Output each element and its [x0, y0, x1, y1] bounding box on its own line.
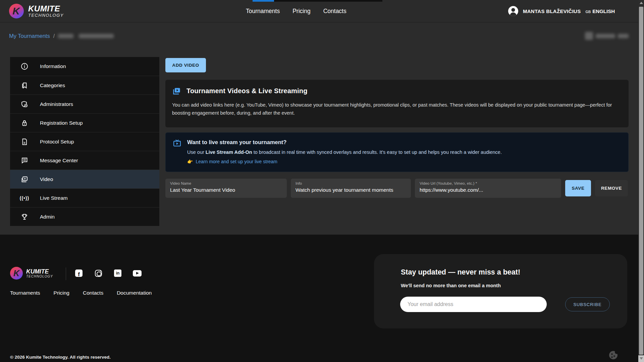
nav-item-pricing[interactable]: Pricing — [292, 8, 311, 15]
header: K KUMITE TECHNOLOGY Tournaments Pricing … — [0, 0, 638, 22]
shield-person-icon — [20, 100, 29, 109]
redacted-tournament-name — [58, 34, 73, 38]
sidebar-item-categories[interactable]: Categories — [10, 76, 159, 95]
breadcrumb: My Tournaments / — [9, 33, 114, 39]
email-input[interactable] — [400, 297, 547, 312]
scrollbar-up-arrow-icon[interactable] — [640, 2, 643, 4]
footer-link-contacts[interactable]: Contacts — [83, 290, 103, 296]
sidebar-item-information[interactable]: Information — [10, 57, 159, 76]
redacted-date — [618, 34, 629, 38]
newsletter-subtitle: We'll send no more than one email a mont… — [401, 283, 501, 288]
video-name-field[interactable]: Video Name Last Year Tournament Video — [165, 179, 287, 198]
lock-icon — [20, 119, 29, 127]
video-info-field[interactable]: Info Watch previous year tournament mome… — [291, 179, 411, 198]
sidebar-item-message-center[interactable]: Message Center — [10, 151, 159, 170]
field-value: https://www.youtube.com/... — [420, 187, 556, 193]
live-stream-title: Want to live stream your tournament? — [187, 139, 502, 145]
field-value: Watch previous year tournament moments — [296, 187, 406, 193]
footer-brand-logo[interactable]: K KUMITE TECHNOLOGY — [10, 267, 53, 280]
copyright-text: © 2026 Kumite Technology. All rights res… — [10, 355, 111, 360]
scrollbar-thumb[interactable] — [639, 7, 643, 355]
field-label: Video Name — [170, 181, 282, 185]
document-icon — [20, 137, 29, 146]
brand-subtitle: TECHNOLOGY — [28, 13, 64, 18]
language-label: ENGLISH — [592, 8, 615, 14]
top-progress-track — [274, 0, 382, 2]
brand-name: KUMITE — [28, 5, 64, 13]
breadcrumb-separator: / — [53, 33, 55, 39]
footer: K KUMITE TECHNOLOGY f in Tournaments Pri… — [0, 235, 638, 362]
app-root: K KUMITE TECHNOLOGY Tournaments Pricing … — [0, 0, 644, 362]
video-library-icon — [20, 175, 29, 184]
instagram-icon[interactable] — [94, 269, 103, 278]
main-nav: Tournaments Pricing Contacts — [246, 0, 346, 22]
kumite-logo-icon: K — [9, 4, 24, 18]
newsletter-title: Stay updated — never miss a beat! — [401, 268, 520, 277]
account-icon — [508, 6, 518, 16]
field-label: Info — [296, 181, 406, 185]
sidebar-item-admin[interactable]: Admin — [10, 207, 159, 226]
top-progress-bar — [253, 0, 274, 2]
breadcrumb-my-tournaments[interactable]: My Tournaments — [9, 33, 50, 39]
live-stream-promo: Want to live stream your tournament? Use… — [165, 132, 629, 172]
live-stream-body: Use our Live Stream Add-On to broadcast … — [187, 149, 502, 155]
kumite-logo-icon: K — [10, 267, 23, 280]
field-label: Video Url (Youtube, Vimeo, etc.) * — [420, 181, 556, 185]
tournament-date-badge — [585, 32, 629, 40]
video-url-field[interactable]: Video Url (Youtube, Vimeo, etc.) * https… — [415, 179, 561, 198]
nav-item-tournaments[interactable]: Tournaments — [246, 8, 280, 15]
live-stream-learn-more-link[interactable]: 👉 Learn more and set up your live stream — [187, 159, 502, 164]
facebook-icon[interactable]: f — [74, 269, 83, 278]
sidebar-item-label: Information — [40, 63, 66, 69]
cookie-settings-icon[interactable] — [609, 351, 618, 359]
pointing-hand-icon: 👉 — [187, 159, 193, 164]
scrollbar-down-button[interactable] — [638, 355, 644, 362]
nav-item-contacts[interactable]: Contacts — [323, 8, 346, 15]
sidebar-item-label: Live Stream — [40, 195, 68, 201]
footer-link-pricing[interactable]: Pricing — [54, 290, 69, 296]
video-library-blue-icon — [172, 86, 181, 96]
youtube-icon[interactable] — [133, 269, 142, 278]
sidebar-item-protocol-setup[interactable]: Protocol Setup — [10, 132, 159, 151]
section-description: You can add video links here (e.g. YouTu… — [172, 101, 622, 117]
sidebar-item-label: Message Center — [40, 158, 78, 164]
brand-logo[interactable]: K KUMITE TECHNOLOGY — [9, 4, 64, 18]
footer-brand-subtitle: TECHNOLOGY — [26, 275, 53, 278]
subscribe-button[interactable]: SUBSCRIBE — [565, 297, 610, 311]
linkedin-icon[interactable]: in — [113, 269, 122, 278]
section-title: Tournament Videos & Live Streaming — [186, 87, 308, 95]
calendar-icon — [585, 32, 593, 40]
sidebar-item-video[interactable]: Video — [10, 170, 159, 188]
sidebar-item-live-stream[interactable]: ((•)) Live Stream — [10, 188, 159, 207]
redacted-date — [596, 34, 615, 38]
divider — [66, 267, 66, 280]
footer-links: Tournaments Pricing Contacts Documentati… — [10, 290, 152, 296]
social-links: f in — [74, 269, 142, 278]
tournament-sidebar: Information Categories Administrators Re… — [10, 57, 159, 226]
user-name: MANTAS BLAŽEVIČIUS — [523, 8, 581, 14]
live-tv-icon — [172, 138, 182, 164]
videos-section-panel: Tournament Videos & Live Streaming You c… — [165, 80, 629, 127]
sidebar-item-label: Registration Setup — [40, 120, 83, 126]
field-value: Last Year Tournament Video — [170, 187, 282, 193]
info-icon — [20, 62, 29, 71]
footer-brand-name: KUMITE — [26, 268, 53, 275]
language-selector[interactable]: GB ENGLISH — [586, 8, 615, 14]
footer-link-tournaments[interactable]: Tournaments — [10, 290, 40, 296]
redacted-tournament-name — [79, 34, 114, 38]
sidebar-item-label: Categories — [40, 82, 65, 88]
user-menu[interactable]: MANTAS BLAŽEVIČIUS GB ENGLISH — [508, 0, 615, 22]
scrollbar-down-arrow-icon — [640, 357, 643, 360]
sidebar-item-label: Protocol Setup — [40, 139, 74, 145]
add-video-button[interactable]: ADD VIDEO — [165, 58, 206, 72]
save-button[interactable]: SAVE — [565, 180, 591, 196]
sidebar-item-label: Admin — [40, 214, 55, 220]
language-code: GB — [586, 10, 591, 14]
trophy-icon — [20, 213, 29, 221]
footer-link-documentation[interactable]: Documentation — [117, 290, 152, 296]
sidebar-item-administrators[interactable]: Administrators — [10, 95, 159, 113]
page-scrollbar[interactable] — [638, 0, 644, 362]
sidebar-item-registration-setup[interactable]: Registration Setup — [10, 113, 159, 132]
bookmark-icon — [20, 81, 29, 90]
remove-button[interactable]: REMOVE — [595, 180, 628, 196]
